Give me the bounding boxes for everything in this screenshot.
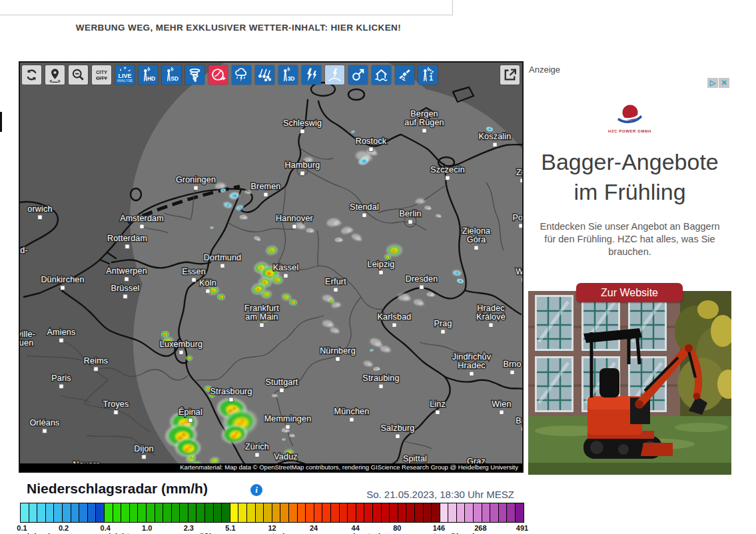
city-label: Dijon	[134, 444, 154, 453]
lightning-strikes-button[interactable]	[325, 65, 344, 85]
collapsed-header-box	[0, 0, 453, 15]
city-label: Groningen	[176, 175, 216, 184]
location-pin-icon	[47, 67, 63, 83]
satellite-button[interactable]	[395, 65, 414, 85]
flood-button[interactable]	[372, 65, 391, 85]
storm-tracks-button[interactable]	[348, 65, 368, 85]
hail-button[interactable]	[255, 65, 274, 85]
scale-cell	[372, 503, 381, 522]
city-marker	[192, 278, 196, 282]
live-analyse-button[interactable]: *LIVEANALYSE	[115, 65, 135, 85]
city-marker	[500, 410, 504, 414]
city-label: Reims	[84, 356, 108, 366]
city-label: Orléans	[29, 418, 59, 427]
radar-3d-button[interactable]: 3D	[278, 65, 298, 85]
svg-text:LIVE: LIVE	[119, 73, 132, 79]
city-label: Amsterdam	[120, 214, 164, 223]
mars-arrow-icon	[350, 67, 366, 83]
city-label: Stuttgart	[265, 378, 298, 387]
scale-tick: 0.2	[59, 524, 69, 532]
radar-map[interactable]: SchleswigBergenauf RügenRostockKoszalinH…	[19, 61, 524, 473]
scale-cell	[204, 503, 213, 522]
share-button[interactable]	[500, 65, 520, 85]
ad-close-icon[interactable]: ✕	[719, 78, 729, 88]
ad-headline-line2: im Frühling	[528, 177, 731, 207]
city-marker	[446, 176, 450, 180]
city-marker	[59, 384, 63, 388]
svg-text:HD: HD	[147, 75, 155, 82]
scale-cell	[213, 503, 222, 522]
city-marker	[422, 129, 426, 133]
premium-banner-link[interactable]: WERBUNG WEG, MEHR EXKLUSIVER WETTER-INHA…	[0, 23, 477, 33]
ad-photo-excavator	[528, 291, 731, 475]
location-button[interactable]	[45, 65, 65, 85]
svg-text:SD: SD	[171, 75, 179, 82]
svg-text:ANALYSE: ANALYSE	[117, 79, 133, 83]
scale-cell	[79, 503, 87, 522]
city-marker	[114, 410, 118, 414]
city-marker	[94, 367, 98, 371]
scale-cell	[305, 503, 314, 522]
svg-text:3D: 3D	[288, 75, 295, 82]
city-label: Schleswig	[283, 119, 322, 128]
city-label: Brno	[503, 360, 521, 369]
city-names-toggle-button[interactable]: CITYCITY	[92, 65, 111, 85]
scale-cell	[29, 503, 37, 522]
radar-loop-button[interactable]	[208, 65, 228, 85]
tornado-button[interactable]	[185, 65, 204, 85]
city-marker	[392, 323, 396, 327]
live-analyse-icon: *LIVEANALYSE	[117, 67, 133, 83]
single-radar-button[interactable]: 1	[418, 65, 438, 85]
city-label: eville-ouen	[20, 330, 35, 348]
city-marker	[489, 323, 493, 327]
city-label: Szczecin	[430, 165, 465, 174]
scale-cell	[414, 503, 423, 522]
city-label: Karlsbad	[378, 312, 412, 322]
scale-cell	[280, 503, 288, 522]
radar-hd-button[interactable]: HD	[139, 65, 158, 85]
scale-cell	[356, 503, 364, 522]
refresh-button[interactable]	[22, 65, 41, 85]
city-label: Troyes	[103, 400, 129, 409]
advertisement[interactable]: ▷ ✕ HZC POWER GMBH Bagger-Angebote im Fr…	[528, 75, 731, 475]
storm-cells-button[interactable]	[232, 65, 251, 85]
double-lightning-icon	[303, 67, 320, 83]
ad-cta-button[interactable]: Zur Website	[576, 283, 683, 302]
city-marker	[264, 192, 268, 196]
city-label: Hamburg	[285, 160, 320, 170]
scale-cell	[347, 503, 356, 522]
city-label: Luxemburg	[160, 340, 202, 349]
ad-controls: ▷ ✕	[707, 78, 729, 88]
scale-cell	[322, 503, 330, 522]
scale-cell	[146, 503, 155, 522]
advertiser-logo: HZC POWER GMBH	[528, 103, 731, 133]
city-marker	[43, 429, 47, 433]
city-marker	[522, 427, 522, 431]
map-toolbar: CITYCITY*LIVEANALYSEHDSD3D1	[22, 65, 438, 85]
scale-tick: 491	[516, 524, 528, 532]
radar-sd-button[interactable]: SD	[162, 65, 181, 85]
city-marker	[362, 213, 366, 217]
adchoices-icon[interactable]: ▷	[707, 78, 718, 88]
city-marker	[292, 224, 296, 228]
scale-tick: 2.3	[184, 524, 194, 532]
scale-cell	[238, 503, 246, 522]
city-marker	[140, 224, 144, 228]
lightning-density-button[interactable]	[302, 65, 321, 85]
city-label: Bremen	[251, 182, 281, 191]
zoom-out-button[interactable]	[69, 65, 88, 85]
city-label: Strasbourg	[210, 387, 252, 396]
city-marker	[255, 453, 259, 457]
scale-cell	[45, 503, 54, 522]
scale-cell	[121, 503, 129, 522]
scale-tick: 12	[268, 524, 276, 532]
city-marker	[300, 129, 304, 133]
info-icon[interactable]: i	[250, 484, 262, 496]
ad-headline: Bagger-Angebote im Frühling	[528, 147, 731, 207]
scale-cell	[71, 503, 79, 522]
scale-cell	[314, 503, 322, 522]
city-marker	[470, 372, 474, 376]
legend-title: Niederschlagsradar (mm/h)	[27, 481, 208, 497]
city-marker	[519, 224, 522, 228]
tornado-icon	[187, 67, 203, 83]
